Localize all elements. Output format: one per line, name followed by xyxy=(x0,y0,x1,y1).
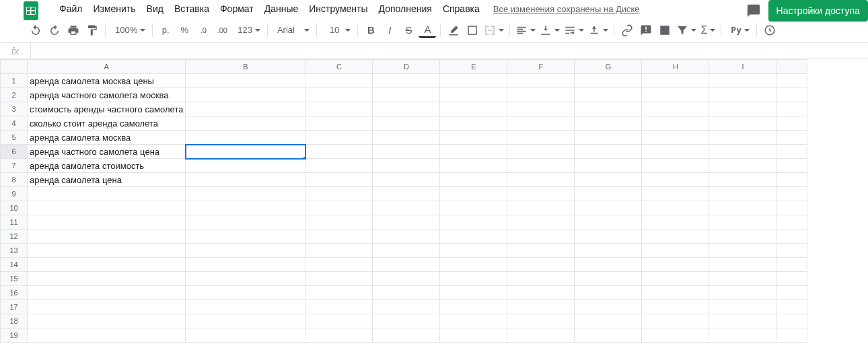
cell[interactable] xyxy=(642,88,709,102)
cell[interactable] xyxy=(186,74,305,88)
cell[interactable] xyxy=(28,201,186,215)
insert-comment-icon[interactable] xyxy=(637,22,655,39)
font-family-dropdown[interactable]: Arial xyxy=(272,22,312,39)
cell[interactable] xyxy=(305,258,373,272)
cell[interactable] xyxy=(373,286,440,300)
cell[interactable] xyxy=(709,173,776,187)
cell[interactable] xyxy=(28,328,186,343)
cell[interactable] xyxy=(507,215,575,230)
cell[interactable] xyxy=(373,102,440,116)
cell[interactable] xyxy=(373,300,440,314)
format-currency-button[interactable]: р. xyxy=(157,22,174,39)
cell[interactable]: сколько стоит аренда самолета xyxy=(28,116,186,131)
cell[interactable] xyxy=(575,244,642,258)
cell[interactable] xyxy=(709,272,776,286)
insert-chart-icon[interactable] xyxy=(656,22,674,39)
cell[interactable] xyxy=(373,116,440,131)
cell[interactable] xyxy=(776,300,807,314)
cell[interactable] xyxy=(507,272,575,286)
text-color-button[interactable]: A xyxy=(419,23,436,38)
cell[interactable] xyxy=(575,258,642,272)
vertical-align-dropdown[interactable] xyxy=(538,22,561,39)
cell[interactable] xyxy=(440,314,507,328)
paint-format-icon[interactable] xyxy=(83,22,101,39)
col-header-B[interactable]: B xyxy=(186,60,305,74)
cell[interactable] xyxy=(28,215,186,230)
cell[interactable] xyxy=(642,300,709,314)
cell[interactable] xyxy=(507,159,575,173)
cell[interactable] xyxy=(373,173,440,187)
cell[interactable] xyxy=(642,258,709,272)
cell[interactable] xyxy=(642,215,709,230)
cell[interactable] xyxy=(305,74,373,88)
cell[interactable] xyxy=(776,131,807,145)
cell[interactable] xyxy=(575,230,642,244)
formula-input[interactable] xyxy=(31,43,868,59)
menu-format[interactable]: Формат xyxy=(215,1,259,17)
cell[interactable] xyxy=(440,230,507,244)
row-header[interactable]: 16 xyxy=(1,286,28,300)
cell[interactable] xyxy=(709,258,776,272)
cell[interactable] xyxy=(642,244,709,258)
cell[interactable]: аренда частного самолета цена xyxy=(28,145,186,159)
col-header-G[interactable]: G xyxy=(575,60,642,74)
cell[interactable] xyxy=(186,215,305,230)
cell[interactable] xyxy=(642,102,709,116)
horizontal-align-dropdown[interactable] xyxy=(514,22,537,39)
cell[interactable] xyxy=(776,201,807,215)
row-header[interactable]: 11 xyxy=(1,215,28,230)
cell[interactable] xyxy=(28,272,186,286)
cell[interactable] xyxy=(186,116,305,131)
cell[interactable] xyxy=(776,272,807,286)
row-header[interactable]: 5 xyxy=(1,131,28,145)
cell[interactable] xyxy=(507,145,575,159)
font-size-dropdown[interactable]: 10 xyxy=(321,22,353,39)
text-rotation-dropdown[interactable] xyxy=(587,22,610,39)
cell[interactable] xyxy=(507,116,575,131)
cell[interactable]: аренда частного самолета москва xyxy=(28,88,186,102)
cell[interactable] xyxy=(305,145,373,159)
cell[interactable] xyxy=(440,187,507,201)
cell[interactable] xyxy=(642,201,709,215)
cell[interactable] xyxy=(440,244,507,258)
cell[interactable] xyxy=(575,187,642,201)
increase-decimal-button[interactable]: .00 xyxy=(213,22,231,39)
row-header[interactable]: 7 xyxy=(1,159,28,173)
cell[interactable] xyxy=(440,88,507,102)
cell[interactable] xyxy=(186,145,305,159)
save-status[interactable]: Все изменения сохранены на Диске xyxy=(493,4,640,14)
clock-icon[interactable] xyxy=(761,22,779,39)
cell[interactable] xyxy=(186,88,305,102)
col-header-A[interactable]: A xyxy=(28,60,186,74)
cell[interactable] xyxy=(186,328,305,343)
cell[interactable] xyxy=(305,300,373,314)
cell[interactable] xyxy=(575,131,642,145)
more-formats-dropdown[interactable]: 123 xyxy=(232,22,263,39)
cell[interactable] xyxy=(186,187,305,201)
cell[interactable] xyxy=(776,244,807,258)
cell[interactable] xyxy=(373,88,440,102)
print-icon[interactable] xyxy=(65,22,82,39)
decrease-decimal-button[interactable]: .0 xyxy=(194,22,212,39)
cell[interactable] xyxy=(507,74,575,88)
cell[interactable] xyxy=(28,230,186,244)
cell[interactable] xyxy=(305,328,373,343)
italic-button[interactable]: I xyxy=(381,22,398,39)
merge-cells-dropdown[interactable] xyxy=(482,22,505,39)
py-dropdown[interactable]: Py xyxy=(725,22,752,39)
cell[interactable] xyxy=(575,272,642,286)
cell[interactable] xyxy=(642,131,709,145)
cell[interactable] xyxy=(440,328,507,343)
cell[interactable] xyxy=(776,314,807,328)
cell[interactable] xyxy=(776,230,807,244)
cell[interactable] xyxy=(642,173,709,187)
cell[interactable] xyxy=(305,159,373,173)
cell[interactable] xyxy=(373,230,440,244)
cell[interactable] xyxy=(440,173,507,187)
strikethrough-button[interactable]: S xyxy=(400,22,417,39)
cell[interactable] xyxy=(305,116,373,131)
format-percent-button[interactable]: % xyxy=(176,22,193,39)
cell[interactable]: аренда самолета москва xyxy=(28,131,186,145)
borders-icon[interactable] xyxy=(464,22,481,39)
fill-color-icon[interactable] xyxy=(445,22,462,39)
